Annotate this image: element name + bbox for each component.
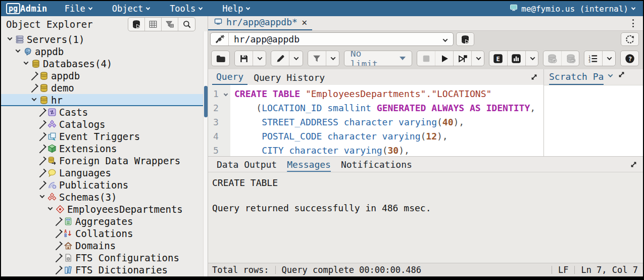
- refresh-button[interactable]: [621, 32, 639, 46]
- dropdown-chevron-button[interactable]: [603, 51, 616, 66]
- status-bar: Total rows: Query complete 00:00:00.486 …: [208, 263, 643, 276]
- tab-notifications[interactable]: Notifications: [336, 157, 417, 171]
- tree-expand-arrow[interactable]: [54, 268, 63, 272]
- tab-messages[interactable]: Messages: [282, 157, 335, 171]
- object-explorer-header: Object Explorer: [1, 16, 208, 31]
- tree-item-extensions[interactable]: Extensions: [1, 143, 208, 155]
- scratch-pad-input[interactable]: [544, 85, 643, 156]
- tree-item-languages[interactable]: Languages: [1, 167, 208, 179]
- tab-query[interactable]: Query: [212, 71, 247, 85]
- tree-collapse-arrow[interactable]: [5, 38, 14, 40]
- tree-expand-arrow[interactable]: [37, 171, 46, 175]
- explain-button[interactable]: E: [489, 51, 508, 66]
- tree-collapse-arrow[interactable]: [13, 51, 22, 53]
- tree-expand-arrow[interactable]: [37, 159, 46, 163]
- tree-collapse-arrow[interactable]: [21, 63, 30, 65]
- menu-object[interactable]: Object: [102, 1, 160, 16]
- stop-button[interactable]: [417, 51, 435, 66]
- tree-item-demo[interactable]: demo: [1, 82, 208, 94]
- connection-select[interactable]: hr/app@appdb: [210, 32, 454, 46]
- tab-query-history[interactable]: Query History: [250, 72, 329, 85]
- tree-expand-arrow[interactable]: [54, 220, 63, 223]
- pencil-button[interactable]: [271, 51, 289, 66]
- dropdown-chevron-button[interactable]: [472, 51, 484, 66]
- expand-icon[interactable]: [629, 160, 638, 171]
- rollback-button[interactable]: [562, 51, 579, 66]
- funnel-button[interactable]: [308, 51, 326, 66]
- tree-item-employeesdepartments[interactable]: EmployeesDepartments: [1, 203, 208, 215]
- tree-expand-arrow[interactable]: [37, 135, 46, 138]
- macros-button[interactable]: 123: [584, 51, 603, 66]
- explain-analyze-button[interactable]: [508, 51, 526, 66]
- tree-collapse-arrow[interactable]: [45, 208, 55, 210]
- chevron-down-icon: [330, 55, 335, 60]
- menu-file[interactable]: File: [55, 1, 102, 16]
- tree-expand-arrow[interactable]: [29, 86, 38, 90]
- line-number: 1: [208, 87, 230, 101]
- expand-icon[interactable]: [617, 70, 626, 81]
- close-icon[interactable]: ×: [302, 19, 307, 26]
- tree-item-appdb[interactable]: appdb: [1, 70, 208, 82]
- database-play-button[interactable]: [128, 18, 145, 31]
- play-script-button[interactable]: [454, 51, 472, 66]
- table-grid-button[interactable]: [145, 18, 162, 31]
- filter-table-button[interactable]: [162, 18, 178, 31]
- commit-button[interactable]: [543, 51, 562, 66]
- kebab-menu-icon[interactable]: [629, 19, 637, 28]
- tree-item-fts-configurations[interactable]: FTS Configurations: [1, 252, 208, 264]
- search-button[interactable]: [178, 18, 195, 31]
- connection-value: hr/app@appdb: [229, 34, 437, 44]
- dropdown-chevron-button[interactable]: [289, 51, 303, 66]
- tree-item-publications[interactable]: Publications: [1, 179, 208, 191]
- save-button[interactable]: [235, 51, 253, 66]
- tree-expand-arrow[interactable]: [54, 232, 63, 236]
- dropdown-chevron-button[interactable]: [326, 51, 339, 66]
- tree-item-foreign-data-wrappers[interactable]: Foreign Data Wrappers: [1, 155, 208, 167]
- tree-item-event-triggers[interactable]: Event Triggers: [1, 130, 208, 143]
- tree-item-appdb[interactable]: appdb: [1, 45, 208, 58]
- tree-item-casts[interactable]: Casts: [1, 106, 208, 118]
- tab-scratch-pad[interactable]: Scratch Pa: [549, 71, 604, 85]
- tree-expand-arrow[interactable]: [37, 183, 46, 187]
- tree-item-catalogs[interactable]: Catalogs: [1, 118, 208, 130]
- play-button[interactable]: [435, 51, 454, 66]
- tree-scrollbar[interactable]: [203, 31, 208, 276]
- postgres-server-icon: [22, 47, 33, 56]
- dropdown-chevron-button[interactable]: [253, 51, 266, 66]
- user-menu[interactable]: me@fymio.us (internal): [510, 4, 643, 14]
- svg-text:E: E: [497, 55, 500, 62]
- tree-scrollbar-thumb[interactable]: [204, 86, 208, 117]
- foreign-data-wrappers-icon: [46, 156, 58, 165]
- tree-expand-arrow[interactable]: [29, 74, 38, 78]
- tree-item-aggregates[interactable]: Aggregates: [1, 215, 208, 227]
- tree-item-hr[interactable]: hr: [1, 94, 208, 106]
- tree-expand-arrow[interactable]: [37, 111, 46, 114]
- chevron-down-icon: [146, 6, 150, 10]
- dropdown-chevron-button[interactable]: [526, 51, 538, 66]
- menu-tools[interactable]: Tools: [160, 1, 212, 16]
- tree-item-fts-dictionaries[interactable]: FTS Dictionaries: [1, 264, 208, 276]
- tab-query-tool[interactable]: hr/app@appdb* ×: [208, 16, 312, 30]
- tree-expand-arrow[interactable]: [54, 256, 63, 260]
- tree-item-domains[interactable]: Domains: [1, 240, 208, 252]
- tab-data-output[interactable]: Data Output: [212, 157, 281, 171]
- tree-item-schemas-3-[interactable]: Schemas(3): [1, 191, 208, 203]
- tree-item-servers-1-[interactable]: Servers(1): [1, 33, 208, 45]
- tree-expand-arrow[interactable]: [37, 147, 46, 151]
- menu-help[interactable]: Help: [212, 1, 260, 16]
- eol-indicator[interactable]: LF: [558, 265, 568, 275]
- sql-editor[interactable]: 1 CREATE TABLE "EmployeesDepartments"."L…: [208, 85, 543, 156]
- tree-collapse-arrow[interactable]: [29, 99, 38, 101]
- tree-expand-arrow[interactable]: [37, 123, 46, 126]
- new-connection-button[interactable]: [456, 32, 474, 46]
- fold-arrow-icon[interactable]: [224, 92, 228, 96]
- tree-collapse-arrow[interactable]: [37, 196, 46, 198]
- expand-icon[interactable]: [530, 73, 538, 83]
- help-button[interactable]: ?: [621, 51, 639, 66]
- tree-item-databases-4-[interactable]: Databases(4): [1, 58, 208, 70]
- tree-item-collations[interactable]: AB Collations: [1, 227, 208, 240]
- chevron-down-icon[interactable]: [608, 72, 613, 77]
- folder-button[interactable]: [212, 51, 230, 66]
- row-limit-select[interactable]: No limit: [344, 51, 413, 66]
- tree-expand-arrow[interactable]: [54, 244, 63, 248]
